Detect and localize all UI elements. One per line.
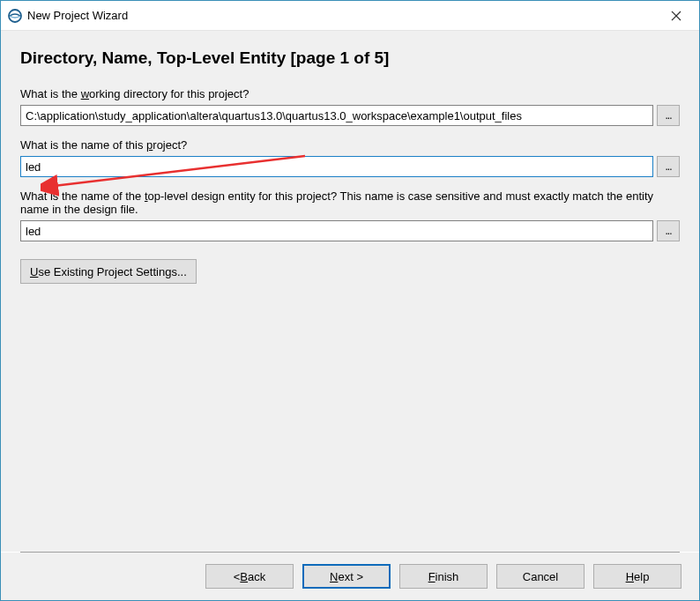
content-area: Directory, Name, Top-Level Entity [page … bbox=[1, 31, 699, 552]
app-icon bbox=[6, 7, 24, 25]
toplevel-row: ... bbox=[20, 220, 680, 241]
help-button[interactable]: Help bbox=[593, 564, 681, 589]
directory-browse-button[interactable]: ... bbox=[657, 105, 680, 126]
toplevel-input[interactable] bbox=[20, 220, 653, 241]
directory-input[interactable] bbox=[20, 105, 653, 126]
toplevel-label: What is the name of the top-level design… bbox=[20, 189, 680, 216]
close-button[interactable] bbox=[657, 4, 696, 28]
titlebar: New Project Wizard bbox=[1, 1, 699, 31]
directory-row: ... bbox=[20, 105, 680, 126]
button-bar: < Back Next > Finish Cancel Help bbox=[1, 553, 699, 600]
use-existing-settings-button[interactable]: Use Existing Project Settings... bbox=[20, 259, 197, 284]
back-button[interactable]: < Back bbox=[205, 564, 294, 589]
next-button[interactable]: Next > bbox=[302, 564, 391, 589]
projectname-label: What is the name of this project? bbox=[20, 138, 680, 152]
window-title: New Project Wizard bbox=[27, 9, 657, 22]
projectname-browse-button[interactable]: ... bbox=[657, 156, 680, 177]
cancel-button[interactable]: Cancel bbox=[496, 564, 585, 589]
projectname-row: ... bbox=[20, 156, 680, 177]
page-title: Directory, Name, Top-Level Entity [page … bbox=[20, 48, 680, 68]
projectname-input[interactable] bbox=[20, 156, 653, 177]
finish-button[interactable]: Finish bbox=[399, 564, 488, 589]
wizard-window: New Project Wizard Directory, Name, Top-… bbox=[0, 0, 700, 601]
toplevel-browse-button[interactable]: ... bbox=[657, 220, 680, 241]
directory-label: What is the working directory for this p… bbox=[20, 87, 680, 100]
